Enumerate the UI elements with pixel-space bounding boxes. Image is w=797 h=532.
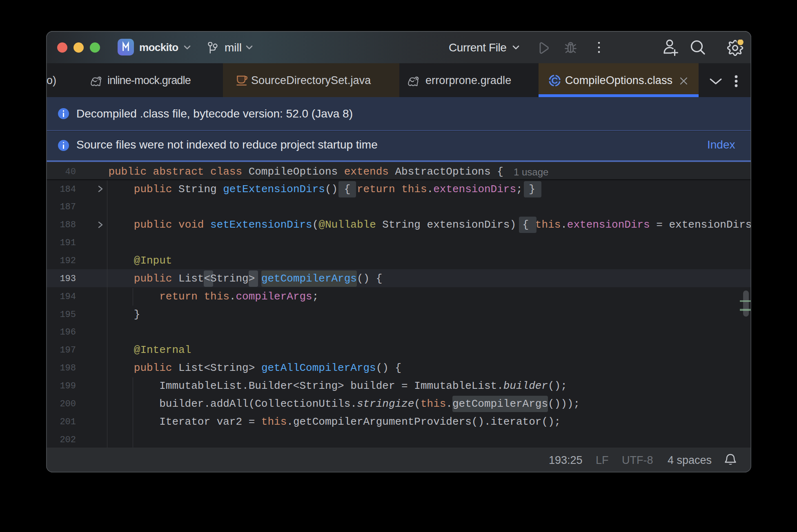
svg-text:C: C (552, 75, 558, 86)
